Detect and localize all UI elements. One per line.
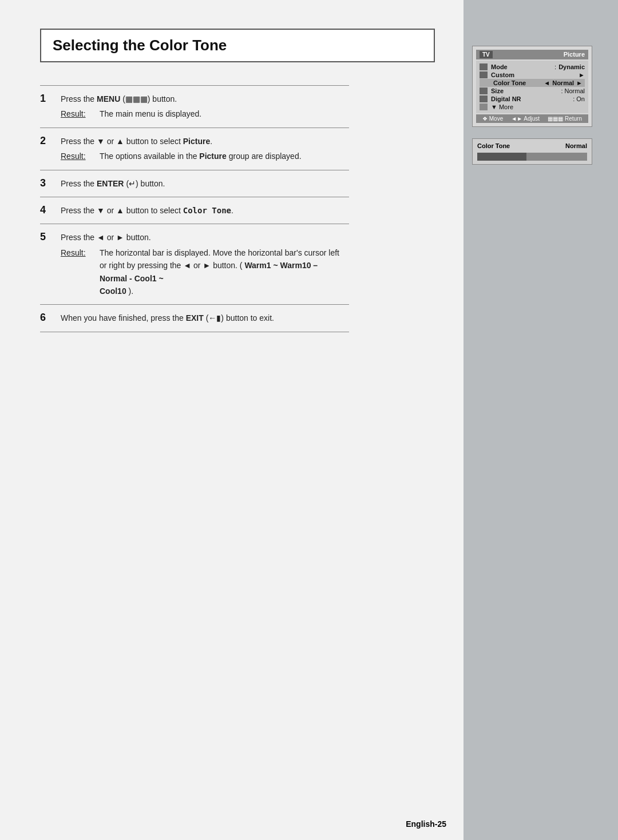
tv-menu-row-digitalnr: Digital NR : On [480,95,585,103]
step-5-num: 5 [40,224,56,305]
colortone-arrow-left: ◄ [544,79,550,86]
step-2-result-text: The options available in the Picture gro… [100,150,344,162]
steps-table: 1 Press the MENU (▦▦▦) button. Result: T… [40,85,349,332]
color-tone-box: Color Tone Normal [472,138,592,165]
step-4-row: 4 Press the ▼ or ▲ button to select Colo… [40,197,349,224]
more-label: ▼ More [491,103,513,110]
colortone-label: Color Tone [493,79,526,86]
step-3-row: 3 Press the ENTER (↵) button. [40,170,349,197]
color-tone-header: Color Tone Normal [477,142,587,149]
step-1-num: 1 [40,86,56,128]
mode-value: Dynamic [558,63,585,70]
step-1-content: Press the MENU (▦▦▦) button. Result: The… [56,86,349,128]
step-1-result-text: The main menu is displayed. [100,108,344,120]
color-tone-bar-bg [477,153,587,161]
step-6-content: When you have finished, press the EXIT (… [56,305,349,332]
step-2-content: Press the ▼ or ▲ button to select Pictur… [56,128,349,170]
page-footer: English-25 [406,819,446,829]
size-value: Normal [565,87,585,94]
step-2-bold: Picture [183,137,210,146]
tv-menu-row-colortone: Color Tone ◄ Normal ► [480,79,585,87]
sound-icon [480,87,488,94]
tv-menu-header: TV Picture [476,50,588,59]
tv-menu-box: TV Picture Mode : Dynamic [472,46,592,127]
footer-return: ▦▦▦ Return [548,116,582,122]
colortone-value: Normal [552,79,574,86]
colortone-spacer [482,79,490,86]
step-6-row: 6 When you have finished, press the EXIT… [40,305,349,332]
step-5-row: 5 Press the ◄ or ► button. Result: The h… [40,224,349,305]
color-tone-bar-fill [477,153,526,161]
step-1-row: 1 Press the MENU (▦▦▦) button. Result: T… [40,86,349,128]
step-6-num: 6 [40,305,56,332]
page-title: Selecting the Color Tone [53,37,422,54]
tv-menu-row-mode: Mode : Dynamic [480,63,585,71]
footer-move: ❖ Move [482,116,503,122]
tv-label: TV [480,51,493,58]
step-4-content: Press the ▼ or ▲ button to select Color … [56,197,349,224]
more-icon [480,103,488,110]
step-2-row: 2 Press the ▼ or ▲ button to select Pict… [40,128,349,170]
picture-icon [480,63,488,70]
step-4-num: 4 [40,197,56,224]
page-title-box: Selecting the Color Tone [40,29,435,62]
step-6-bold: EXIT [186,313,204,323]
digitalnr-value: On [576,95,585,102]
step-2-result-label: Result: [61,150,95,162]
step-3-bold: ENTER [97,179,124,188]
step-5-result-label: Result: [61,246,95,298]
step-2-num: 2 [40,128,56,170]
tv-menu-body: Mode : Dynamic Custom ► [476,61,588,113]
step-3-num: 3 [40,170,56,197]
step-5-result-text: The horizontal bar is displayed. Move th… [100,246,344,298]
colortone-arrow-right: ► [576,79,583,86]
footer-adjust: ◄► Adjust [511,116,540,122]
step-1-result-label: Result: [61,108,95,120]
tv-menu-row-more: ▼ More [480,103,585,111]
color-tone-label: Color Tone [477,142,510,149]
tv-menu-footer: ❖ Move ◄► Adjust ▦▦▦ Return [476,114,588,123]
tv-menu-row-custom: Custom ► [480,71,585,79]
tv-menu-row-size: Size : Normal [480,87,585,95]
custom-icon [480,71,488,78]
step-4-code: Color Tone [183,206,231,215]
custom-arrow: ► [579,71,585,78]
step-3-content: Press the ENTER (↵) button. [56,170,349,197]
color-tone-value: Normal [565,142,587,149]
digitalnr-icon [480,95,488,102]
step-1-bold: MENU [97,94,120,103]
tv-menu-title: Picture [564,51,585,58]
step-5-content: Press the ◄ or ► button. Result: The hor… [56,224,349,305]
